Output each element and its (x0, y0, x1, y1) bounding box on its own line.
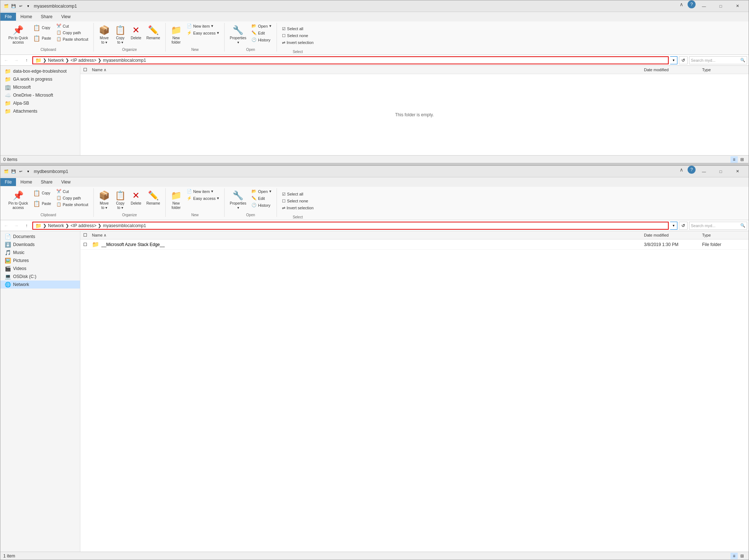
content-area-2: 📄 Documents ⬇️ Downloads 🎵 Music 🖼️ Pict… (0, 231, 458, 342)
paste-btn-2[interactable]: 📋 Paste (31, 199, 53, 209)
sidebar-item-2-0[interactable]: 📄 Documents (0, 233, 80, 241)
header-check-1[interactable]: ☐ (83, 67, 92, 72)
menu-view-2[interactable]: View (57, 178, 75, 186)
addr-host-1: myasesmblocalcomp1 (103, 58, 146, 63)
copy-path-btn-1[interactable]: 📋 Copy path (54, 29, 90, 36)
delete-btn-2[interactable]: ✕ Delete (129, 188, 144, 207)
address-path-2[interactable]: 📁 ❯ Network ❯ <IP address> ❯ myasesmbloc… (32, 222, 458, 230)
tb-dropdown-2[interactable]: ▾ (25, 169, 31, 174)
menu-share-1[interactable]: Share (36, 13, 57, 21)
sidebar-item-1-3[interactable]: ☁️ OneDrive - Microsoft (0, 91, 80, 99)
sidebar-label-2-6: Network (13, 282, 29, 287)
back-btn-1[interactable]: ← (2, 56, 11, 65)
file-row-2-0[interactable]: ☐ 📁 __Microsoft Azure Stack Edge__ 3/8/2… (80, 239, 458, 250)
sidebar-icon-2-6: 🌐 (5, 282, 11, 287)
copy-path-btn-2[interactable]: 📋 Copy path (54, 195, 90, 201)
new-item-btn-1[interactable]: 📄 New item ▾ (185, 23, 222, 29)
sidebar-item-1-4[interactable]: 📁 Alpa-SB (0, 99, 80, 107)
up-btn-1[interactable]: ↑ (22, 56, 31, 65)
sidebar-item-2-2[interactable]: 🎵 Music (0, 249, 80, 257)
menu-home-1[interactable]: Home (16, 13, 36, 21)
select-all-btn-2[interactable]: ☑ Select all (280, 191, 316, 197)
sidebar-item-1-1[interactable]: 📁 GA work in progress (0, 75, 80, 83)
paste-shortcut-btn-2[interactable]: 📋 Paste shortcut (54, 201, 90, 208)
col-name-1[interactable]: Name ∧ (92, 68, 458, 72)
move-to-btn-1[interactable]: 📦 Moveto ▾ (97, 23, 112, 46)
pin-btn-2[interactable]: 📌 Pin to Quickaccess (6, 188, 30, 211)
edit-btn-1[interactable]: ✏️ Edit (249, 30, 274, 36)
history-btn-2[interactable]: 🕐 History (249, 202, 274, 208)
header-check-2[interactable]: ☐ (83, 233, 92, 238)
easy-access-btn-1[interactable]: ⚡ Easy access ▾ (185, 30, 222, 36)
select-all-label-2: Select all (287, 192, 303, 196)
title-bar-1: 🗂️ 💾 ↩ ▾ myasesmblocalcomp1 ∧ ? — □ ✕ (0, 0, 458, 12)
address-bar-1: ← → ↑ 📁 ❯ Network ❯ <IP address> ❯ myase… (0, 55, 458, 66)
new-item-icon-1: 📄 (187, 24, 192, 28)
file-check-2-0[interactable]: ☐ (83, 242, 92, 247)
col-name-2[interactable]: Name ∧ (92, 233, 458, 238)
new-folder-icon-1: 📁 (171, 24, 182, 36)
pin-btn-1[interactable]: 📌 Pin to Quickaccess (6, 23, 30, 46)
copy-path-icon-1: 📋 (56, 30, 61, 35)
cut-icon-1: ✂️ (56, 24, 61, 28)
move-label-1: Moveto ▾ (100, 36, 109, 45)
addr-sep3-1: ❯ (98, 58, 101, 63)
invert-selection-btn-1[interactable]: ⇌ Invert selection (280, 40, 316, 46)
move-to-btn-2[interactable]: 📦 Moveto ▾ (97, 188, 112, 211)
select-all-btn-1[interactable]: ☑ Select all (280, 26, 316, 32)
sidebar-item-2-6[interactable]: 🌐 Network (0, 281, 80, 289)
tb-dropdown-1[interactable]: ▾ (25, 3, 31, 9)
sidebar-item-2-5[interactable]: 💻 OSDisk (C:) (0, 273, 80, 281)
properties-btn-2[interactable]: 🔧 Properties▾ (227, 188, 249, 211)
properties-btn-1[interactable]: 🔧 Properties▾ (227, 23, 249, 46)
open-label-2: Open (258, 189, 268, 194)
undo-icon-2[interactable]: ↩ (18, 169, 24, 174)
forward-btn-2[interactable]: → (12, 221, 21, 230)
copy-to-btn-2[interactable]: 📋 Copyto ▾ (113, 188, 128, 211)
menu-home-2[interactable]: Home (16, 178, 36, 186)
cut-btn-1[interactable]: ✂️ Cut (54, 23, 90, 29)
menu-view-1[interactable]: View (57, 13, 75, 21)
forward-btn-1[interactable]: → (12, 56, 21, 65)
sidebar-item-1-0[interactable]: 📁 data-box-edge-troubleshoot (0, 67, 80, 75)
menu-share-2[interactable]: Share (36, 178, 57, 186)
select-none-btn-1[interactable]: ☐ Select none (280, 33, 316, 39)
move-label-2: Moveto ▾ (100, 201, 109, 210)
undo-icon-1[interactable]: ↩ (18, 3, 24, 9)
delete-btn-1[interactable]: ✕ Delete (129, 23, 144, 42)
history-btn-1[interactable]: 🕐 History (249, 37, 274, 43)
copy-btn-2[interactable]: 📋 Copy (31, 188, 53, 198)
new-item-btn-2[interactable]: 📄 New item ▾ (185, 188, 222, 194)
invert-selection-btn-2[interactable]: ⇌ Invert selection (280, 205, 316, 211)
new-folder-btn-2[interactable]: 📁 Newfolder (169, 188, 184, 211)
sidebar-item-2-4[interactable]: 🎬 Videos (0, 265, 80, 273)
open-btn-1[interactable]: 📂 Open ▾ (249, 23, 274, 29)
menu-file-1[interactable]: File (0, 13, 16, 21)
copy-btn-1[interactable]: 📋 Copy (31, 23, 53, 33)
properties-label-1: Properties▾ (230, 36, 246, 45)
back-btn-2[interactable]: ← (2, 221, 11, 230)
sidebar-item-1-5[interactable]: 📁 Attachments (0, 107, 80, 115)
history-label-2: History (258, 203, 270, 208)
menu-file-2[interactable]: File (0, 178, 16, 186)
rename-btn-2[interactable]: ✏️ Rename (144, 188, 162, 207)
easy-access-btn-2[interactable]: ⚡ Easy access ▾ (185, 195, 222, 201)
paste-shortcut-btn-1[interactable]: 📋 Paste shortcut (54, 36, 90, 42)
copy-to-btn-1[interactable]: 📋 Copyto ▾ (113, 23, 128, 46)
edit-btn-2[interactable]: ✏️ Edit (249, 195, 274, 201)
window-splitter[interactable] (0, 163, 458, 165)
sidebar-item-2-1[interactable]: ⬇️ Downloads (0, 241, 80, 249)
up-btn-2[interactable]: ↑ (22, 221, 31, 230)
open-btn-2[interactable]: 📂 Open ▾ (249, 188, 274, 194)
save-icon-1[interactable]: 💾 (11, 3, 16, 9)
rename-btn-1[interactable]: ✏️ Rename (144, 23, 162, 42)
address-path-1[interactable]: 📁 ❯ Network ❯ <IP address> ❯ myasesmbloc… (32, 56, 458, 64)
sidebar-item-2-3[interactable]: 🖼️ Pictures (0, 257, 80, 265)
cut-btn-2[interactable]: ✂️ Cut (54, 188, 90, 194)
sidebar-item-1-2[interactable]: 🏢 Microsoft (0, 83, 80, 91)
select-none-btn-2[interactable]: ☐ Select none (280, 198, 316, 204)
paste-btn-1[interactable]: 📋 Paste (31, 33, 53, 43)
save-icon-2[interactable]: 💾 (11, 169, 16, 174)
new-folder-btn-1[interactable]: 📁 Newfolder (169, 23, 184, 46)
sidebar-icon-1-0: 📁 (5, 68, 11, 74)
